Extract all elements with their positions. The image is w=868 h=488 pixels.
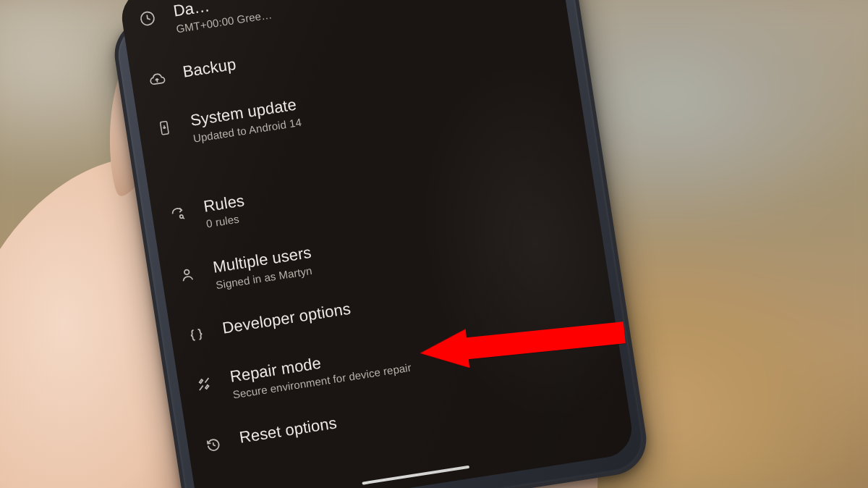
- settings-item-label: Developer options: [221, 299, 352, 337]
- person-icon: [176, 264, 198, 285]
- settings-item-label: Reset options: [238, 414, 338, 447]
- android-settings-screen: Da… GMT+00:00 Gree… Backup System update: [118, 0, 635, 488]
- cloud-upload-icon: [146, 69, 168, 91]
- clock-icon: [137, 8, 158, 30]
- tools-icon: [193, 374, 215, 395]
- system-update-icon: [154, 117, 176, 139]
- svg-point-5: [184, 269, 190, 275]
- braces-icon: [186, 325, 208, 347]
- settings-list: Da… GMT+00:00 Gree… Backup System update: [118, 0, 628, 472]
- phone-device: Da… GMT+00:00 Gree… Backup System update: [110, 0, 652, 488]
- settings-item-label: Backup: [182, 55, 237, 82]
- history-icon: [203, 434, 224, 456]
- rules-icon: [167, 203, 189, 224]
